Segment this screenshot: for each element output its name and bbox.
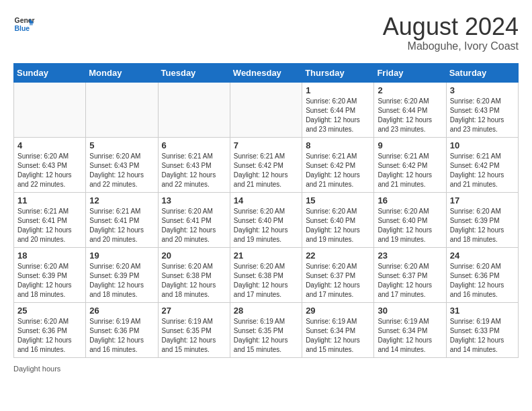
calendar-cell [86, 82, 158, 137]
logo: General Blue [13, 13, 35, 35]
day-number: 5 [89, 140, 154, 150]
day-info: Sunrise: 6:21 AM Sunset: 6:42 PM Dayligh… [234, 152, 298, 189]
calendar-cell: 21Sunrise: 6:20 AM Sunset: 6:38 PM Dayli… [230, 247, 302, 302]
calendar-cell: 17Sunrise: 6:20 AM Sunset: 6:39 PM Dayli… [446, 192, 518, 247]
day-number: 18 [17, 250, 82, 261]
day-info: Sunrise: 6:20 AM Sunset: 6:43 PM Dayligh… [450, 97, 515, 134]
day-info: Sunrise: 6:19 AM Sunset: 6:36 PM Dayligh… [89, 317, 154, 355]
day-of-week-header: Sunday [14, 63, 86, 82]
day-of-week-header: Wednesday [230, 63, 302, 82]
day-info: Sunrise: 6:21 AM Sunset: 6:41 PM Dayligh… [89, 207, 154, 244]
calendar-cell: 19Sunrise: 6:20 AM Sunset: 6:39 PM Dayli… [86, 247, 158, 302]
day-number: 1 [306, 85, 370, 95]
calendar-cell: 28Sunrise: 6:19 AM Sunset: 6:35 PM Dayli… [230, 302, 302, 357]
calendar-cell: 20Sunrise: 6:20 AM Sunset: 6:38 PM Dayli… [158, 247, 230, 302]
day-number: 28 [234, 306, 298, 316]
day-info: Sunrise: 6:21 AM Sunset: 6:42 PM Dayligh… [306, 152, 370, 189]
calendar-cell: 12Sunrise: 6:21 AM Sunset: 6:41 PM Dayli… [86, 192, 158, 247]
calendar-cell: 16Sunrise: 6:20 AM Sunset: 6:40 PM Dayli… [374, 192, 446, 247]
title-block: August 2024 Maboguhe, Ivory Coast [383, 13, 519, 52]
day-number: 4 [17, 140, 82, 150]
calendar-week-row: 18Sunrise: 6:20 AM Sunset: 6:39 PM Dayli… [14, 247, 519, 302]
day-number: 26 [89, 306, 154, 316]
calendar-cell: 8Sunrise: 6:21 AM Sunset: 6:42 PM Daylig… [302, 137, 374, 192]
day-number: 15 [306, 195, 370, 205]
day-info: Sunrise: 6:20 AM Sunset: 6:39 PM Dayligh… [450, 207, 515, 244]
day-info: Sunrise: 6:19 AM Sunset: 6:34 PM Dayligh… [378, 317, 442, 355]
calendar-cell: 29Sunrise: 6:19 AM Sunset: 6:34 PM Dayli… [302, 302, 374, 357]
day-number: 27 [162, 306, 226, 316]
day-number: 25 [17, 306, 82, 316]
calendar-cell: 4Sunrise: 6:20 AM Sunset: 6:43 PM Daylig… [14, 137, 86, 192]
logo-icon: General Blue [13, 13, 35, 35]
day-of-week-header: Thursday [302, 63, 374, 82]
calendar-week-row: 25Sunrise: 6:20 AM Sunset: 6:36 PM Dayli… [14, 302, 519, 357]
day-number: 9 [378, 140, 442, 150]
day-number: 24 [450, 250, 515, 261]
day-info: Sunrise: 6:20 AM Sunset: 6:40 PM Dayligh… [378, 207, 442, 244]
day-number: 31 [450, 306, 515, 316]
calendar-cell: 18Sunrise: 6:20 AM Sunset: 6:39 PM Dayli… [14, 247, 86, 302]
calendar-week-row: 4Sunrise: 6:20 AM Sunset: 6:43 PM Daylig… [14, 137, 519, 192]
day-info: Sunrise: 6:20 AM Sunset: 6:40 PM Dayligh… [306, 207, 370, 244]
day-number: 3 [450, 85, 515, 95]
calendar-cell [230, 82, 302, 137]
calendar-cell [158, 82, 230, 137]
day-info: Sunrise: 6:20 AM Sunset: 6:41 PM Dayligh… [162, 207, 226, 244]
day-number: 8 [306, 140, 370, 150]
day-number: 7 [234, 140, 298, 150]
day-number: 22 [306, 250, 370, 261]
day-info: Sunrise: 6:20 AM Sunset: 6:39 PM Dayligh… [89, 262, 154, 300]
day-number: 19 [89, 250, 154, 261]
day-number: 30 [378, 306, 442, 316]
day-info: Sunrise: 6:20 AM Sunset: 6:38 PM Dayligh… [162, 262, 226, 300]
day-number: 12 [89, 195, 154, 205]
day-number: 14 [234, 195, 298, 205]
svg-marker-3 [30, 21, 33, 25]
day-of-week-header: Monday [86, 63, 158, 82]
calendar-cell: 7Sunrise: 6:21 AM Sunset: 6:42 PM Daylig… [230, 137, 302, 192]
calendar-cell: 5Sunrise: 6:20 AM Sunset: 6:43 PM Daylig… [86, 137, 158, 192]
day-of-week-header: Tuesday [158, 63, 230, 82]
calendar-cell: 24Sunrise: 6:20 AM Sunset: 6:36 PM Dayli… [446, 247, 518, 302]
day-of-week-header: Friday [374, 63, 446, 82]
day-info: Sunrise: 6:20 AM Sunset: 6:43 PM Dayligh… [17, 152, 82, 189]
day-info: Sunrise: 6:20 AM Sunset: 6:37 PM Dayligh… [306, 262, 370, 300]
day-number: 2 [378, 85, 442, 95]
day-number: 17 [450, 195, 515, 205]
day-of-week-header: Saturday [446, 63, 518, 82]
day-number: 11 [17, 195, 82, 205]
calendar-cell: 11Sunrise: 6:21 AM Sunset: 6:41 PM Dayli… [14, 192, 86, 247]
day-info: Sunrise: 6:20 AM Sunset: 6:39 PM Dayligh… [17, 262, 82, 300]
calendar-cell: 30Sunrise: 6:19 AM Sunset: 6:34 PM Dayli… [374, 302, 446, 357]
location: Maboguhe, Ivory Coast [383, 40, 519, 52]
day-info: Sunrise: 6:19 AM Sunset: 6:35 PM Dayligh… [234, 317, 298, 355]
calendar-cell: 6Sunrise: 6:21 AM Sunset: 6:43 PM Daylig… [158, 137, 230, 192]
day-info: Sunrise: 6:21 AM Sunset: 6:43 PM Dayligh… [162, 152, 226, 189]
day-number: 13 [162, 195, 226, 205]
day-info: Sunrise: 6:20 AM Sunset: 6:38 PM Dayligh… [234, 262, 298, 300]
day-info: Sunrise: 6:20 AM Sunset: 6:37 PM Dayligh… [378, 262, 442, 300]
day-info: Sunrise: 6:21 AM Sunset: 6:42 PM Dayligh… [378, 152, 442, 189]
day-info: Sunrise: 6:21 AM Sunset: 6:42 PM Dayligh… [450, 152, 515, 189]
calendar-cell: 10Sunrise: 6:21 AM Sunset: 6:42 PM Dayli… [446, 137, 518, 192]
day-info: Sunrise: 6:20 AM Sunset: 6:40 PM Dayligh… [234, 207, 298, 244]
day-number: 10 [450, 140, 515, 150]
calendar-header: SundayMondayTuesdayWednesdayThursdayFrid… [14, 63, 519, 82]
day-info: Sunrise: 6:20 AM Sunset: 6:43 PM Dayligh… [89, 152, 154, 189]
footer: Daylight hours [13, 365, 519, 373]
calendar-cell: 15Sunrise: 6:20 AM Sunset: 6:40 PM Dayli… [302, 192, 374, 247]
calendar-week-row: 1Sunrise: 6:20 AM Sunset: 6:44 PM Daylig… [14, 82, 519, 137]
day-number: 20 [162, 250, 226, 261]
day-number: 6 [162, 140, 226, 150]
calendar-table: SundayMondayTuesdayWednesdayThursdayFrid… [13, 63, 519, 358]
calendar-cell: 9Sunrise: 6:21 AM Sunset: 6:42 PM Daylig… [374, 137, 446, 192]
day-info: Sunrise: 6:19 AM Sunset: 6:35 PM Dayligh… [162, 317, 226, 355]
day-number: 16 [378, 195, 442, 205]
calendar-cell: 14Sunrise: 6:20 AM Sunset: 6:40 PM Dayli… [230, 192, 302, 247]
calendar-cell: 3Sunrise: 6:20 AM Sunset: 6:43 PM Daylig… [446, 82, 518, 137]
calendar-week-row: 11Sunrise: 6:21 AM Sunset: 6:41 PM Dayli… [14, 192, 519, 247]
day-info: Sunrise: 6:20 AM Sunset: 6:36 PM Dayligh… [450, 262, 515, 300]
calendar-cell: 31Sunrise: 6:19 AM Sunset: 6:33 PM Dayli… [446, 302, 518, 357]
calendar-cell: 27Sunrise: 6:19 AM Sunset: 6:35 PM Dayli… [158, 302, 230, 357]
